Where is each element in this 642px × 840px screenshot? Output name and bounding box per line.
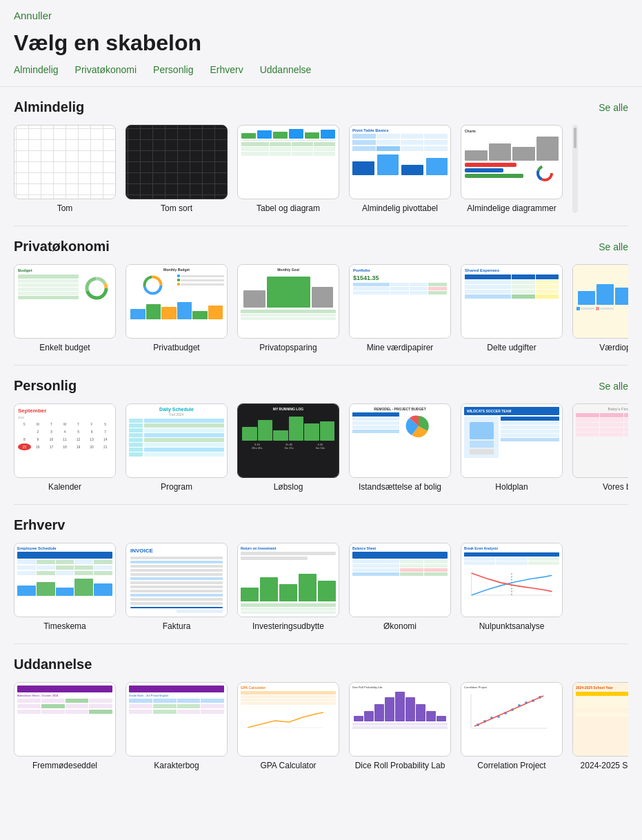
- section-business: Erhverv Employee Schedule: [0, 505, 642, 643]
- section-education-header: Uddannelse: [14, 657, 628, 672]
- pst2: [241, 314, 336, 317]
- template-tabel-diagram[interactable]: Tabel og diagram: [237, 125, 339, 213]
- ebt3: [18, 283, 79, 287]
- stask7: [144, 448, 224, 452]
- gpat2: [241, 699, 336, 701]
- template-holdplan[interactable]: WILDCATS SOCCER TEAM: [461, 403, 563, 492]
- template-karakterbog[interactable]: Grade Book - 3rd Period English: [126, 682, 228, 770]
- ebt5: [18, 292, 79, 295]
- template-loebslog[interactable]: MY RUNNING LOG 3.1928m 40s 31.859m 21s 4…: [237, 403, 339, 492]
- cc9: 9: [32, 436, 45, 443]
- betr2: [464, 561, 559, 565]
- invl12: [130, 602, 223, 605]
- inv-content: INVOICE: [126, 543, 227, 617]
- template-istandsaettelse[interactable]: REMODEL - PROJECT BUDGET: [349, 403, 451, 492]
- template-gpa[interactable]: GPA Calculator GPA Calculator: [237, 682, 339, 770]
- template-oekonomi[interactable]: Balance Sheet: [349, 543, 451, 631]
- durc22: [512, 285, 535, 289]
- edu1c21: [17, 704, 41, 708]
- template-vores-baby[interactable]: Baby's First Year: [572, 403, 628, 492]
- bar5: [305, 132, 319, 139]
- dhb-col: [465, 163, 530, 183]
- cc2: 2: [32, 428, 45, 435]
- diagrams-content: Charts: [461, 126, 562, 199]
- roib3: [279, 584, 297, 601]
- be-chart-svg: [464, 567, 559, 601]
- template-pivot[interactable]: Pivot Table Basics: [349, 125, 451, 213]
- template-nulpunktsanalyse-thumb: Break Even Analysis: [461, 543, 563, 617]
- pbb1: [130, 309, 146, 319]
- template-skoleaar[interactable]: 2024-2025 School Year 2024-2025 School Y…: [572, 682, 628, 770]
- sr6: [129, 443, 224, 447]
- pc03: [401, 134, 424, 139]
- top-bar: Annuller: [0, 0, 642, 28]
- template-korrelation-thumb: Correlation Project: [461, 682, 563, 757]
- run-title: MY RUNNING LOG: [241, 407, 336, 411]
- edu2c23: [177, 704, 201, 708]
- bar4: [289, 129, 303, 139]
- template-nulpunktsanalyse[interactable]: Break Even Analysis: [461, 543, 563, 631]
- econc33: [424, 568, 448, 572]
- cancel-button[interactable]: Annuller: [14, 10, 52, 21]
- template-vaerdipapirer[interactable]: Portfolio $1541.35: [349, 264, 451, 352]
- pb2: [377, 154, 399, 175]
- emp-header-row: [17, 552, 112, 559]
- template-privatopsparing[interactable]: Monthly Goal Privatopsparing: [237, 264, 339, 352]
- st7: [129, 448, 143, 452]
- svg-rect-12: [470, 441, 494, 448]
- template-kalender[interactable]: September 2024 S M T W T F S 2 3 4: [14, 403, 116, 492]
- template-vaerdiopgoerelse[interactable]: Net Worth Overview Værdiopgø...: [572, 264, 628, 352]
- template-sandsynlighed[interactable]: Dice Roll Probability Lab: [349, 682, 451, 770]
- edu2r1: [129, 699, 224, 703]
- template-enkelt-budget[interactable]: Budget: [14, 264, 116, 352]
- divider: [241, 140, 335, 141]
- roib2: [260, 577, 278, 601]
- see-all-finance[interactable]: Se alle: [599, 241, 628, 252]
- section-finance: Privatøkonomi Se alle Budget: [0, 226, 642, 365]
- template-tom[interactable]: Tom: [14, 125, 116, 213]
- template-timeskema[interactable]: Employee Schedule: [14, 543, 116, 631]
- empc15: [94, 560, 112, 564]
- run-stats: 3.1928m 40s 31.859m 21s 4.356m 54s: [241, 443, 336, 450]
- section-education-title: Uddannelse: [14, 657, 92, 672]
- template-diagrams-label: Almindelige diagrammer: [467, 203, 556, 213]
- edu1c23: [66, 704, 89, 708]
- ecb4: [74, 579, 93, 596]
- cc17: 17: [45, 443, 58, 450]
- ib-table: [352, 412, 399, 440]
- babyc41: [576, 432, 599, 437]
- pc24: [424, 146, 448, 151]
- template-skoleaar-thumb: 2024-2025 School Year: [572, 682, 628, 757]
- roi-subline: [241, 552, 336, 555]
- template-faktura[interactable]: INVOICE Faktura: [126, 543, 228, 631]
- diceb5: [395, 692, 405, 721]
- template-privatbudget[interactable]: Monthly Budget: [126, 264, 228, 352]
- see-all-general[interactable]: Se alle: [599, 102, 628, 113]
- template-investeringsudbytte[interactable]: Return on Investment: [237, 543, 339, 631]
- template-delte-udgifter[interactable]: Shared Expenses: [461, 264, 563, 352]
- nav-personal-finance[interactable]: Privatøkonomi: [75, 64, 137, 75]
- corr-content: Correlation Project: [461, 683, 562, 756]
- roi-content: Return on Investment: [238, 543, 339, 617]
- betr1: [464, 557, 559, 561]
- nav-education[interactable]: Uddannelse: [260, 64, 312, 75]
- edu1-rows: [17, 699, 112, 714]
- template-diagrams[interactable]: Charts: [461, 125, 563, 213]
- template-program[interactable]: Daily Schedule Fall 2024: [126, 403, 228, 492]
- babyr1: [576, 418, 628, 422]
- edu2-rows: [129, 699, 224, 714]
- nav-general[interactable]: Almindelig: [14, 64, 59, 75]
- see-all-personal[interactable]: Se alle: [599, 381, 628, 392]
- template-korrelation[interactable]: Correlation Project: [461, 682, 563, 770]
- du-title: Shared Expenses: [465, 268, 559, 272]
- template-timeskema-label: Timeskema: [43, 621, 86, 631]
- nav-personal[interactable]: Personlig: [153, 64, 193, 75]
- nav-business[interactable]: Erhverv: [210, 64, 243, 75]
- scroll-indicator[interactable]: [572, 125, 578, 213]
- roit3: [241, 611, 336, 614]
- template-fremmoedeseddel[interactable]: Attendance Sheet - October 2024: [14, 682, 116, 770]
- edu2c11: [129, 699, 152, 703]
- invl6: [130, 577, 223, 580]
- template-tom-sort[interactable]: Tom sort: [126, 125, 228, 213]
- schoolr1: [576, 697, 628, 700]
